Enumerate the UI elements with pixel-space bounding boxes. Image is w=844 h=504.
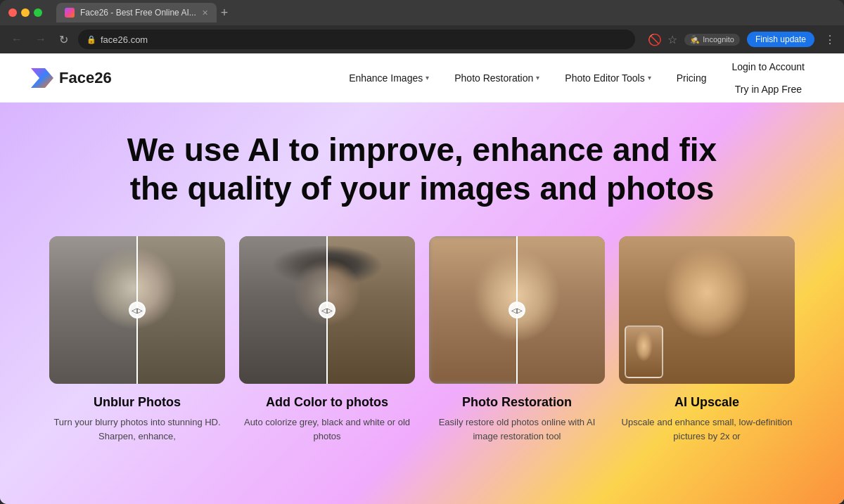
browser-window: Face26 - Best Free Online AI... ✕ + ← → … <box>0 0 844 504</box>
incognito-icon: 🕵 <box>690 35 700 44</box>
tab-favicon <box>65 8 75 18</box>
incognito-label: Incognito <box>703 35 734 44</box>
maximize-button[interactable] <box>34 8 42 17</box>
nav-photo-restoration[interactable]: Photo Restoration ▾ <box>443 67 551 89</box>
card-image-unblur[interactable]: ◁▷ <box>49 236 225 384</box>
photo-upscale <box>619 236 795 384</box>
card-title-unblur: Unblur Photos <box>94 395 181 410</box>
nav-pricing[interactable]: Pricing <box>665 67 718 89</box>
logo-link[interactable]: Face26 <box>28 65 112 91</box>
logo-text: Face26 <box>59 69 112 87</box>
lock-icon: 🔒 <box>87 35 96 44</box>
more-options-icon[interactable]: ⋮ <box>824 33 836 46</box>
tab-bar: Face26 - Best Free Online AI... ✕ + <box>56 3 788 22</box>
new-tab-button[interactable]: + <box>221 6 229 19</box>
card-desc-unblur: Turn your blurry photos into stunning HD… <box>49 415 225 443</box>
features-row: ◁▷ Unblur Photos Turn your blurry photos… <box>49 236 795 443</box>
bookmark-icon[interactable]: ☆ <box>667 33 677 46</box>
title-bar: Face26 - Best Free Online AI... ✕ + <box>0 0 844 25</box>
card-image-colorize[interactable]: ◁▷ <box>239 236 415 384</box>
nav-try-free[interactable]: Try in App Free <box>721 78 816 101</box>
chevron-down-icon: ▾ <box>648 74 651 82</box>
chevron-down-icon: ▾ <box>426 74 429 82</box>
minimize-button[interactable] <box>21 8 30 17</box>
active-tab[interactable]: Face26 - Best Free Online AI... ✕ <box>56 3 217 22</box>
nav-photo-editor-tools[interactable]: Photo Editor Tools ▾ <box>554 67 662 89</box>
close-button[interactable] <box>8 8 17 17</box>
forward-button[interactable]: → <box>32 30 49 49</box>
card-desc-restore: Easily restore old photos online with AI… <box>429 415 605 443</box>
nav-enhance-images[interactable]: Enhance Images ▾ <box>338 67 440 89</box>
navigation-bar: ← → ↻ 🔒 face26.com 🚫 ☆ 🕵 Incognito Finis… <box>0 25 844 53</box>
tab-close-icon[interactable]: ✕ <box>202 8 208 18</box>
photo-right-sharp <box>517 236 605 384</box>
hero-section: We use AI to improve, enhance and fix th… <box>0 103 844 504</box>
svg-marker-0 <box>31 68 53 88</box>
nav-icons: 🚫 ☆ <box>648 33 677 46</box>
card-title-restore: Photo Restoration <box>462 395 572 410</box>
split-handle[interactable]: ◁▷ <box>509 302 525 318</box>
card-image-restore[interactable]: ◁▷ <box>429 236 605 384</box>
card-image-upscale[interactable] <box>619 236 795 384</box>
split-handle[interactable]: ◁▷ <box>129 302 146 318</box>
tab-title: Face26 - Best Free Online AI... <box>80 8 196 18</box>
refresh-button[interactable]: ↻ <box>56 30 71 49</box>
back-button[interactable]: ← <box>8 30 25 49</box>
url-text: face26.com <box>101 34 627 45</box>
incognito-badge: 🕵 Incognito <box>684 34 740 46</box>
feature-card-colorize: ◁▷ Add Color to photos Auto colorize gre… <box>239 236 415 443</box>
photo-left-bw <box>49 236 137 384</box>
finish-update-button[interactable]: Finish update <box>747 32 814 47</box>
photo-restore: ◁▷ <box>429 236 605 384</box>
photo-right-color <box>137 236 225 384</box>
feature-card-restore: ◁▷ Photo Restoration Easily restore old … <box>429 236 605 443</box>
site-header: Face26 Enhance Images ▾ Photo Restoratio… <box>0 53 844 103</box>
feature-card-upscale: AI Upscale Upscale and enhance small, lo… <box>619 236 795 443</box>
card-title-colorize: Add Color to photos <box>266 395 388 410</box>
hero-title: We use AI to improve, enhance and fix th… <box>106 131 738 208</box>
site-navigation: Enhance Images ▾ Photo Restoration ▾ Pho… <box>338 56 816 101</box>
privacy-icon: 🚫 <box>648 33 662 46</box>
traffic-lights <box>8 8 42 17</box>
photo-colorize: ◁▷ <box>239 236 415 384</box>
header-right: Login to Account Try in App Free <box>720 56 816 101</box>
photo-unblur: ◁▷ <box>49 236 225 384</box>
photo-small-thumbnail <box>625 325 663 378</box>
website-content: Face26 Enhance Images ▾ Photo Restoratio… <box>0 53 844 504</box>
card-title-upscale: AI Upscale <box>674 395 739 410</box>
logo-icon <box>28 65 53 91</box>
photo-left-bw2 <box>239 236 327 384</box>
card-desc-colorize: Auto colorize grey, black and white or o… <box>239 415 415 443</box>
feature-card-unblur: ◁▷ Unblur Photos Turn your blurry photos… <box>49 236 225 443</box>
chevron-down-icon: ▾ <box>536 74 539 82</box>
nav-login[interactable]: Login to Account <box>720 56 816 78</box>
split-handle[interactable]: ◁▷ <box>319 302 335 318</box>
card-desc-upscale: Upscale and enhance small, low-definitio… <box>619 415 795 443</box>
photo-right-color2 <box>327 236 415 384</box>
address-bar[interactable]: 🔒 face26.com <box>78 30 635 49</box>
finish-update-label: Finish update <box>755 34 806 44</box>
photo-left-blur <box>429 236 517 384</box>
